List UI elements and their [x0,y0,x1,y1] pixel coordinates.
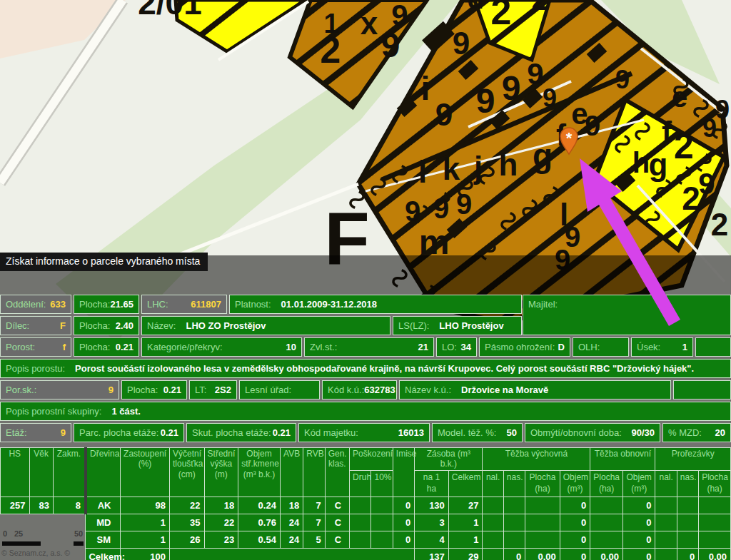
col-objem-m3: Objem (m³) [560,470,590,497]
field-label: Název: [147,320,176,331]
field-kategorie: Kategorie/překryv: 10 [141,337,302,357]
col-stredni-vyska: Střední výška (m) [204,448,238,497]
stand-table: HS Věk Zakm. Dřevina Zastoupení (%) Výče… [0,447,731,560]
table-cell: 0 [622,531,655,548]
table-cell [677,497,698,514]
field-label: Model. těž. %: [438,427,496,438]
field-skut-plocha: Skut. plocha etáže: 0.21 [186,423,296,442]
svg-text:9: 9 [585,110,600,141]
field-porost: Porost: f [0,337,71,357]
svg-text:j: j [473,150,483,185]
field-value: 01.01.2009-31.12.2018 [281,299,377,310]
table-cell [53,514,86,531]
table-cell: 0.54 [238,531,281,548]
table-row: SM126230.54245C04100 [1,531,731,548]
field-parc-plocha: Parc. plocha etáže: 0.21 [74,423,184,442]
field-usek: Úsek: 1 [631,337,693,357]
table-row: 257838AK9822180.24187C01302700 [1,497,731,514]
table-cell [525,514,560,531]
field-value: 0.21 [116,342,133,352]
col-objem-kmene: Objem stř.kmene (m³ b.k.) [238,448,281,497]
colgroup-zasoba: Zásoba (m³ b.k.) [415,448,483,471]
table-cell: 7 [303,497,325,514]
field-label: Popis porostu: [6,363,65,374]
field-etaz: Etáž: 9 [0,423,71,442]
field-label: Kód k.ú.: [328,385,364,395]
field-plocha-porsk: Plocha: 0.21 [121,380,187,399]
svg-text:9: 9 [543,83,557,113]
table-cell [677,514,698,531]
table-cell: 0 [560,548,590,560]
table-cell [371,497,393,514]
field-spacer [673,380,731,399]
field-kod-majetku: Kód majetku: 16013 [298,423,430,442]
table-cell: 0 [560,497,590,514]
field-lt: LT: 2S2 [189,380,237,399]
table-cell [699,514,731,531]
table-cell [350,531,371,548]
svg-text:9: 9 [453,26,470,61]
col-druh: Druh [350,470,371,497]
col-nal: nal. [655,470,677,497]
table-cell [655,548,677,560]
field-value: 10 [286,342,296,352]
col-vek: Věk [29,448,53,497]
table-cell: 27 [448,497,483,514]
parcel-info-panel: Oddělení: 633 Plocha: 21.65 LHC: 611807 … [0,295,731,444]
svg-text:g: g [649,147,668,182]
field-label: Porost: [6,342,35,352]
table-cell [590,514,623,531]
table-cell [169,548,414,560]
table-cell [525,531,560,548]
field-label: Etáž: [6,427,27,438]
table-cell: 0.00 [525,548,560,560]
table-row: Celkem:1001372900.0000.00000.00 [1,548,731,560]
field-value: D [558,342,565,352]
field-value: 0.21 [273,427,291,438]
table-cell [655,531,677,548]
field-dilec: Dílec: F [0,316,71,335]
info-row-popis-skupiny: Popis porostní skupiny: 1 část. [0,402,731,421]
table-cell [350,497,371,514]
field-value: 1 část. [111,406,140,417]
table-cell: 100 [121,548,170,560]
field-spacer [695,337,731,357]
field-label: Zvl.st.: [310,342,337,352]
field-kod-ku: Kód k.ú.: 632783 [322,380,397,399]
field-obmyti: Obmýtí/obnovní doba: 90/30 [525,423,660,442]
field-label: Pásmo ohrožení: [485,342,555,352]
field-value: 21.65 [110,299,133,310]
field-majitel: Majitel: [523,295,731,335]
svg-text:9: 9 [433,193,449,224]
table-cell [655,514,677,531]
table-cell: 24 [280,514,303,531]
field-label: Majitel: [528,299,558,310]
table-cell: 22 [204,514,238,531]
field-label: Lesní úřad: [245,385,291,395]
info-row-oddeleni: Oddělení: 633 Plocha: 21.65 LHC: 611807 … [0,295,522,314]
table-cell [655,497,677,514]
svg-text:x: x [361,6,378,41]
table-cell [483,548,503,560]
table-cell: 23 [204,531,238,548]
field-por-sk: Por.sk.: 9 [0,380,119,399]
table-cell: 7 [303,514,325,531]
field-mzd: % MZD: 20 [662,423,731,442]
svg-text:9: 9 [456,188,472,220]
table-cell: 0 [560,531,590,548]
table-cell: 0.76 [238,514,281,531]
col-rvb: RVB [303,448,325,497]
svg-text:9: 9 [698,167,715,200]
table-cell: 26 [169,531,204,548]
table-cell [503,514,525,531]
field-value: F [60,320,66,331]
table-cell [29,514,53,531]
svg-text:*: * [566,129,573,147]
field-label: Platnost: [235,299,271,310]
table-cell: 0.00 [590,548,623,560]
col-na-1ha: na 1 ha [415,470,449,497]
table-cell: 4 [415,531,449,548]
field-zvl-st: Zvl.st.: 21 [304,337,434,357]
table-cell [53,531,86,548]
col-imise: Imise [393,448,414,497]
